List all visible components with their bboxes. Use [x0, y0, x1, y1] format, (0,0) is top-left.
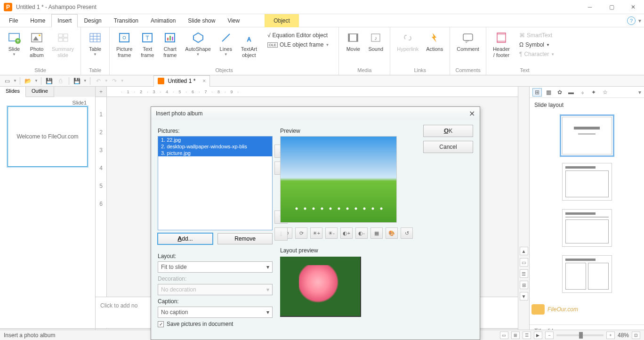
slide-button[interactable]: + Slide▼	[4, 29, 24, 59]
strip-btn1[interactable]: ▭	[520, 258, 528, 267]
rp-tab-5-icon[interactable]: ⬨	[578, 88, 587, 97]
picture-frame-button[interactable]: Picture frame	[113, 29, 135, 59]
cancel-button[interactable]: Cancel	[423, 141, 473, 153]
comment-button[interactable]: Comment	[454, 29, 482, 53]
view-show-icon[interactable]: ▶	[534, 332, 542, 339]
menu-transition[interactable]: Transition	[108, 14, 145, 27]
dialog-close-icon[interactable]: ✕	[469, 109, 475, 118]
autoshape-button[interactable]: AutoShape▼	[182, 29, 213, 59]
move-bottom-button[interactable]: ⤓	[274, 227, 288, 241]
symbol-button[interactable]: ΩSymbol▼	[516, 40, 557, 49]
layout-option-3[interactable]	[562, 209, 612, 247]
layout-list[interactable]	[530, 112, 644, 324]
svg-line-24	[222, 34, 230, 41]
qat-new-icon[interactable]: ▭	[2, 76, 12, 86]
movie-icon	[346, 30, 361, 45]
pictures-listbox[interactable]: 1. 22.jpg 2. desktop-wallpaper-windows-x…	[158, 136, 273, 230]
tab-outline[interactable]: Outline	[26, 87, 54, 97]
zoom-in-button[interactable]: +	[606, 332, 615, 339]
text-frame-button[interactable]: TText frame	[137, 29, 158, 59]
character-button: ¶Character▼	[516, 50, 557, 58]
color-icon[interactable]: 🎨	[386, 227, 398, 239]
view-outline-icon[interactable]: ☰	[523, 332, 531, 339]
menu-slideshow[interactable]: Slide show	[182, 14, 221, 27]
menu-view[interactable]: View	[221, 14, 246, 27]
tab-slides[interactable]: Slides	[0, 87, 26, 97]
remove-button[interactable]: Remove	[217, 233, 273, 244]
help-dropdown-icon[interactable]: ▾	[638, 17, 641, 24]
zoom-slider[interactable]	[556, 334, 604, 336]
photo-album-button[interactable]: Photo album	[26, 29, 47, 59]
minimize-button[interactable]: ─	[579, 0, 601, 14]
group-media-title: Media	[357, 66, 371, 74]
layout-option-4[interactable]	[562, 255, 612, 293]
table-button[interactable]: Table▼	[85, 29, 105, 57]
movie-button[interactable]: Movie	[343, 29, 363, 53]
layout-combo[interactable]: Fit to slide▾	[158, 261, 273, 273]
menu-design[interactable]: Design	[78, 14, 107, 27]
layout-option-1[interactable]	[562, 117, 612, 154]
menu-animation[interactable]: Animation	[145, 14, 182, 27]
slide-thumbnail-1[interactable]: Welcome to FileOur.com	[8, 106, 88, 167]
rp-tab-3-icon[interactable]: ✿	[555, 88, 564, 97]
brightness-down-icon[interactable]: ☀-	[325, 227, 338, 239]
equation-editor-button[interactable]: √Equation Editor object	[265, 31, 332, 40]
zoom-fit-icon[interactable]: ⊡	[632, 332, 640, 339]
menu-insert[interactable]: Insert	[51, 14, 78, 27]
svg-rect-9	[64, 38, 68, 41]
add-button[interactable]: AAdd...	[158, 233, 213, 244]
strip-up-icon[interactable]: ▲	[520, 247, 528, 255]
close-button[interactable]: ✕	[622, 0, 644, 14]
brightness-up-icon[interactable]: ☀+	[310, 227, 322, 239]
rp-dropdown-icon[interactable]: ▾	[638, 89, 641, 96]
qat-save-icon[interactable]: 💾	[44, 76, 55, 86]
view-normal-icon[interactable]: ▭	[500, 332, 508, 339]
strip-down-icon[interactable]: ▼	[520, 292, 528, 300]
layout-option-2[interactable]	[562, 163, 612, 201]
contrast-down-icon[interactable]: ◐-	[355, 227, 368, 239]
dialog-titlebar[interactable]: Insert photo album ✕	[151, 107, 480, 120]
ruler-corner[interactable]: +	[96, 87, 107, 97]
svg-marker-23	[193, 33, 203, 42]
strip-btn3[interactable]: ⊞	[520, 281, 528, 289]
actions-button[interactable]: Actions	[423, 29, 446, 53]
menu-object[interactable]: Object	[265, 14, 299, 27]
save-pictures-checkbox[interactable]: ✓	[158, 321, 164, 327]
qat-redo-icon[interactable]: ↷	[109, 76, 120, 86]
rp-tab-4-icon[interactable]: ▬	[566, 88, 576, 97]
caption-combo[interactable]: No caption▾	[158, 307, 273, 318]
close-tab-icon[interactable]: ×	[202, 78, 206, 84]
rp-tab-2-icon[interactable]: ▦	[544, 88, 553, 97]
ole-frame-button[interactable]: OLEOLE object frame▼	[265, 40, 332, 49]
reset-icon[interactable]: ↺	[401, 227, 413, 239]
zoom-out-button[interactable]: −	[545, 332, 554, 339]
document-tab[interactable]: Untitled 1 * ×	[153, 75, 210, 87]
qat-print-icon[interactable]: ⎙	[56, 76, 66, 86]
svg-rect-6	[58, 34, 63, 37]
qat-save2-icon[interactable]: 💾	[72, 76, 82, 86]
qat-open-icon[interactable]: 📂	[23, 76, 33, 86]
strip-btn2[interactable]: ☰	[520, 269, 528, 278]
qat-undo-icon[interactable]: ↶	[93, 76, 104, 86]
group-comments-title: Comments	[455, 66, 480, 74]
rp-tab-6-icon[interactable]: ✦	[589, 88, 598, 97]
list-item[interactable]: 2. desktop-wallpaper-windows-xp-blis	[158, 143, 272, 150]
grayscale-icon[interactable]: ▦	[370, 227, 383, 239]
help-icon[interactable]: ?	[627, 16, 636, 25]
textart-button[interactable]: ATextArt object	[238, 29, 260, 59]
sound-button[interactable]: ♪Sound	[365, 29, 386, 53]
maximize-button[interactable]: ▢	[601, 0, 622, 14]
list-item[interactable]: 1. 22.jpg	[158, 137, 272, 143]
rp-tab-layout-icon[interactable]: ⊞	[532, 88, 542, 97]
list-item[interactable]: 3. picture.jpg	[158, 150, 272, 156]
ok-button[interactable]: OOK	[423, 125, 473, 137]
chart-frame-button[interactable]: Chart frame	[160, 29, 180, 59]
lines-button[interactable]: Lines▼	[216, 29, 236, 59]
header-footer-button[interactable]: Header / footer	[490, 29, 513, 60]
rp-tab-7-icon[interactable]: ☆	[600, 88, 610, 97]
rotate-right-icon[interactable]: ⟳	[295, 227, 307, 239]
menu-file[interactable]: File	[3, 14, 24, 27]
view-sorter-icon[interactable]: ⊞	[511, 332, 520, 339]
contrast-up-icon[interactable]: ◐+	[340, 227, 353, 239]
menu-home[interactable]: Home	[24, 14, 51, 27]
